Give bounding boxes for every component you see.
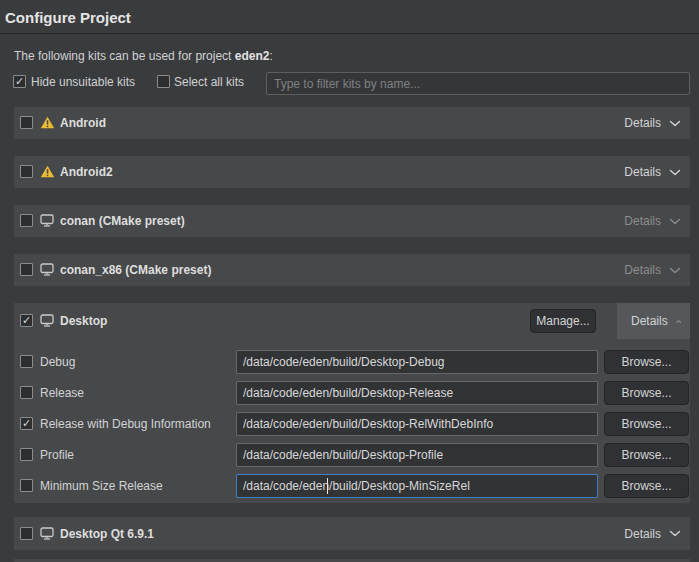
config-profile-path-input[interactable] bbox=[236, 443, 598, 467]
desktop-monitor-icon bbox=[40, 263, 54, 280]
kit-name: Android bbox=[60, 116, 106, 130]
check-icon: ✓ bbox=[22, 315, 31, 326]
kit-filter-input[interactable] bbox=[266, 72, 690, 95]
hide-unsuitable-kits-label: Hide unsuitable kits bbox=[31, 75, 135, 89]
kit-conan-x86-checkbox[interactable] bbox=[20, 263, 33, 276]
warning-icon bbox=[40, 165, 55, 181]
config-profile-checkbox[interactable] bbox=[20, 448, 33, 461]
config-release-checkbox[interactable] bbox=[20, 386, 33, 399]
config-debug-checkbox[interactable] bbox=[20, 355, 33, 368]
config-minsizerel-label: Minimum Size Release bbox=[40, 479, 163, 493]
config-relwithdebinfo-label: Release with Debug Information bbox=[40, 417, 211, 431]
kit-row-desktop-qt: Desktop Qt 6.9.1 Details bbox=[14, 517, 690, 550]
kit-android2-checkbox[interactable] bbox=[20, 165, 33, 178]
hide-unsuitable-kits-checkbox[interactable]: ✓ bbox=[13, 75, 26, 88]
config-minsizerel-checkbox[interactable] bbox=[20, 479, 33, 492]
kit-name: Desktop bbox=[60, 314, 107, 328]
kits-info-text: The following kits can be used for proje… bbox=[14, 49, 273, 63]
kit-conan-checkbox[interactable] bbox=[20, 214, 33, 227]
kit-desktop-qt-details-button[interactable]: Details bbox=[610, 517, 690, 550]
kit-name: Android2 bbox=[60, 165, 113, 179]
kit-desktop-details-button[interactable]: Details bbox=[617, 303, 690, 339]
chevron-down-icon bbox=[669, 530, 681, 537]
kit-row-desktop: ✓ Desktop Manage... Details Debug Browse… bbox=[14, 303, 690, 503]
warning-icon bbox=[40, 116, 55, 132]
config-relwithdebinfo-path-input[interactable] bbox=[236, 412, 598, 436]
chevron-down-icon bbox=[669, 120, 681, 127]
kit-desktop-checkbox[interactable]: ✓ bbox=[20, 314, 33, 327]
config-debug-browse-button[interactable]: Browse... bbox=[604, 350, 689, 374]
kit-name: conan (CMake preset) bbox=[60, 214, 185, 228]
desktop-monitor-icon bbox=[40, 314, 54, 331]
config-minsizerel-path-input[interactable] bbox=[236, 474, 598, 498]
kit-conan-x86-details-button[interactable]: Details bbox=[610, 254, 690, 286]
kit-row-conan-x86: conan_x86 (CMake preset) Details bbox=[14, 254, 690, 286]
config-debug-label: Debug bbox=[40, 355, 75, 369]
kit-row-android: Android Details bbox=[14, 107, 690, 139]
config-relwithdebinfo-checkbox[interactable]: ✓ bbox=[20, 417, 33, 430]
config-debug-path-input[interactable] bbox=[236, 350, 598, 374]
config-release-path-input[interactable] bbox=[236, 381, 598, 405]
config-relwithdebinfo-browse-button[interactable]: Browse... bbox=[604, 412, 689, 436]
chevron-down-icon bbox=[669, 169, 681, 176]
config-minsizerel-browse-button[interactable]: Browse... bbox=[604, 474, 689, 498]
desktop-monitor-icon bbox=[40, 527, 54, 544]
page-title: Configure Project bbox=[5, 9, 131, 26]
kit-name: Desktop Qt 6.9.1 bbox=[60, 527, 154, 541]
project-name: eden2 bbox=[235, 49, 270, 63]
manage-kits-button[interactable]: Manage... bbox=[530, 309, 596, 333]
kit-android-details-button[interactable]: Details bbox=[610, 107, 690, 139]
config-release-browse-button[interactable]: Browse... bbox=[604, 381, 689, 405]
configure-project-page: Configure Project The following kits can… bbox=[0, 0, 699, 562]
text-cursor bbox=[327, 478, 328, 494]
kit-conan-details-button[interactable]: Details bbox=[610, 205, 690, 237]
desktop-monitor-icon bbox=[40, 214, 54, 231]
check-icon: ✓ bbox=[22, 418, 31, 429]
kit-row-android2: Android2 Details bbox=[14, 156, 690, 188]
kit-android2-details-button[interactable]: Details bbox=[610, 156, 690, 188]
chevron-down-icon bbox=[669, 267, 681, 274]
check-icon: ✓ bbox=[15, 76, 24, 87]
chevron-down-icon bbox=[669, 218, 681, 225]
select-all-kits-label: Select all kits bbox=[174, 75, 244, 89]
kit-android-checkbox[interactable] bbox=[20, 116, 33, 129]
config-release-label: Release bbox=[40, 386, 84, 400]
title-separator bbox=[0, 33, 699, 34]
kit-desktop-qt-checkbox[interactable] bbox=[20, 527, 33, 540]
kit-name: conan_x86 (CMake preset) bbox=[60, 263, 211, 277]
config-profile-label: Profile bbox=[40, 448, 74, 462]
select-all-kits-checkbox[interactable] bbox=[157, 75, 170, 88]
config-profile-browse-button[interactable]: Browse... bbox=[604, 443, 689, 467]
kit-row-conan: conan (CMake preset) Details bbox=[14, 205, 690, 237]
chevron-up-icon bbox=[676, 318, 681, 325]
